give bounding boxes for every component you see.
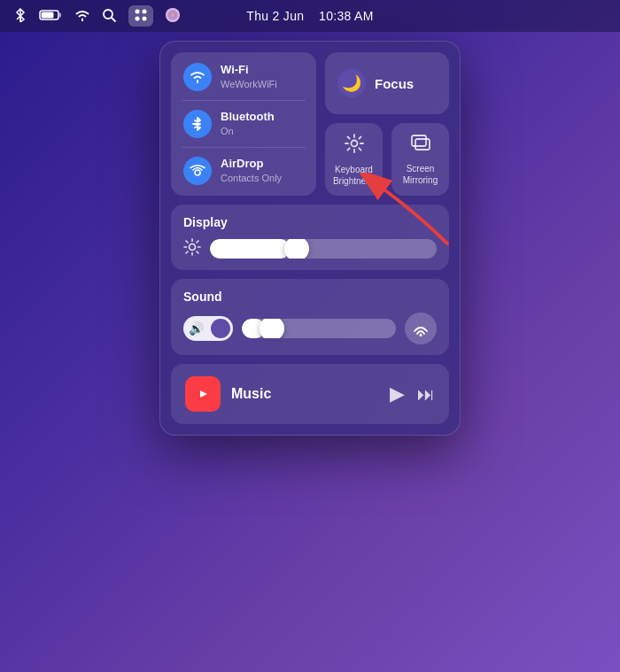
music-label: Music <box>231 386 271 402</box>
control-center-panel: Wi-Fi WeWorkWiFi Bluetooth On <box>159 41 461 436</box>
focus-moon-icon: 🌙 <box>342 73 361 93</box>
screen-mirroring-tile[interactable]: ScreenMirroring <box>391 123 449 196</box>
search-icon[interactable] <box>103 9 116 24</box>
wifi-name: Wi-Fi <box>221 63 277 78</box>
brightness-fill <box>210 239 290 259</box>
svg-line-17 <box>359 148 360 150</box>
brightness-icon <box>183 238 201 259</box>
menubar-left <box>14 5 180 27</box>
right-col: 🌙 Focus <box>325 52 449 196</box>
svg-point-9 <box>143 17 147 21</box>
airdrop-name: AirDrop <box>221 157 282 172</box>
svg-line-5 <box>112 18 115 21</box>
focus-icon-circle: 🌙 <box>337 69 366 97</box>
menubar-datetime: Thu 2 Jun 10:38 AM <box>246 9 373 23</box>
music-controls: ▶ ⏭ <box>390 382 435 406</box>
sound-full-row: 🔊 <box>183 313 437 344</box>
svg-line-30 <box>186 251 188 253</box>
menubar-date: Thu 2 Jun <box>246 9 304 23</box>
battery-icon <box>39 9 62 23</box>
volume-track[interactable] <box>242 319 396 338</box>
svg-rect-22 <box>415 139 430 150</box>
svg-rect-2 <box>59 13 61 18</box>
keyboard-brightness-tile[interactable]: KeyboardBrightness <box>325 123 383 196</box>
svg-line-27 <box>186 241 188 243</box>
wifi-text: Wi-Fi WeWorkWiFi <box>221 63 277 90</box>
svg-line-28 <box>197 251 198 253</box>
menubar: Thu 2 Jun 10:38 AM <box>0 0 620 32</box>
display-title: Display <box>183 215 437 229</box>
menubar-time: 10:38 AM <box>319 9 374 23</box>
bluetooth-item[interactable]: Bluetooth On <box>183 110 304 138</box>
bluetooth-sub: On <box>221 125 275 137</box>
keyboard-brightness-icon <box>345 134 364 158</box>
volume-thumb[interactable] <box>260 319 284 338</box>
keyboard-brightness-label: KeyboardBrightness <box>333 164 375 187</box>
wifi-item[interactable]: Wi-Fi WeWorkWiFi <box>183 63 304 91</box>
top-row: Wi-Fi WeWorkWiFi Bluetooth On <box>171 52 449 196</box>
play-button[interactable]: ▶ <box>390 382 405 406</box>
svg-point-10 <box>166 8 180 22</box>
svg-line-19 <box>347 148 349 150</box>
display-slider-row <box>183 238 437 259</box>
kb-mirror-row: KeyboardBrightness ScreenMirroring <box>325 123 449 196</box>
airdrop-circle <box>183 157 212 185</box>
display-section: Display <box>171 205 449 270</box>
brightness-track[interactable] <box>210 239 437 259</box>
svg-point-6 <box>136 10 140 14</box>
sound-section: Sound 🔊 <box>171 279 449 355</box>
skip-button[interactable]: ⏭ <box>417 384 435 405</box>
sound-toggle-icon: 🔊 <box>189 321 204 336</box>
bluetooth-name: Bluetooth <box>221 110 275 125</box>
airdrop-item[interactable]: AirDrop Contacts Only <box>183 157 304 185</box>
screen-mirroring-icon <box>411 135 430 158</box>
music-icon <box>185 376 221 412</box>
airdrop-sub: Contacts Only <box>221 172 282 184</box>
bluetooth-icon[interactable] <box>14 8 27 24</box>
svg-point-20 <box>351 141 357 147</box>
sound-toggle-knob <box>211 319 230 338</box>
sound-title: Sound <box>183 290 437 304</box>
divider-1 <box>182 100 306 101</box>
focus-label: Focus <box>375 76 414 91</box>
svg-line-18 <box>359 137 360 139</box>
control-center-icon[interactable] <box>128 5 153 27</box>
focus-tile[interactable]: 🌙 Focus <box>325 52 449 114</box>
bluetooth-circle <box>183 110 212 138</box>
svg-point-7 <box>143 10 147 14</box>
svg-line-29 <box>197 241 198 243</box>
svg-point-8 <box>136 17 140 21</box>
wifi-sub: WeWorkWiFi <box>221 78 277 90</box>
svg-point-32 <box>420 334 422 336</box>
svg-line-16 <box>347 137 349 139</box>
siri-icon[interactable] <box>166 8 180 24</box>
svg-point-31 <box>190 244 196 251</box>
screen-mirroring-label: ScreenMirroring <box>403 163 438 186</box>
svg-rect-21 <box>412 135 426 146</box>
airplay-button[interactable] <box>405 313 437 344</box>
bluetooth-text: Bluetooth On <box>221 110 275 137</box>
music-tile[interactable]: Music ▶ ⏭ <box>171 364 449 424</box>
svg-rect-3 <box>42 12 54 19</box>
wifi-icon <box>74 9 90 23</box>
network-tile: Wi-Fi WeWorkWiFi Bluetooth On <box>171 52 316 196</box>
airdrop-text: AirDrop Contacts Only <box>221 157 282 184</box>
divider-2 <box>182 147 306 148</box>
music-left: Music <box>185 376 271 412</box>
svg-point-11 <box>195 170 200 175</box>
sound-toggle[interactable]: 🔊 <box>183 316 233 341</box>
wifi-circle <box>183 63 212 91</box>
brightness-thumb[interactable] <box>284 239 309 259</box>
